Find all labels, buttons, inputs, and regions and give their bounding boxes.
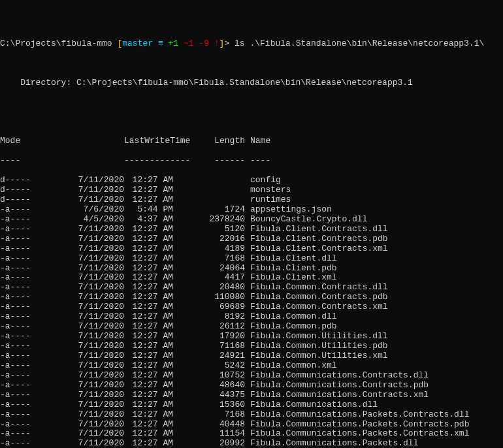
git-eq: ≡ — [158, 39, 163, 48]
cell-length: 4189 — [173, 244, 245, 254]
cell-name: Fibula.Client.Contracts.xml — [245, 244, 388, 254]
cell-length: 44375 — [173, 391, 245, 400]
cell-date: 7/11/2020 — [39, 322, 124, 332]
cell-name: config — [245, 176, 281, 185]
cell-length: 48640 — [173, 381, 245, 391]
table-row: -a----7/11/202012:27 AM7168Fibula.Client… — [0, 254, 503, 264]
cell-length: 2378240 — [173, 215, 245, 225]
cell-name: Fibula.Communications.Contracts.pdb — [245, 381, 429, 391]
cell-mode: d----- — [0, 176, 39, 185]
cell-date: 7/11/2020 — [39, 176, 124, 185]
cell-date: 7/11/2020 — [39, 264, 124, 274]
cell-date: 7/11/2020 — [39, 244, 124, 254]
cell-name: Fibula.Client.pdb — [245, 264, 337, 274]
header-name: Name — [245, 136, 270, 146]
cell-date: 7/6/2020 — [39, 205, 124, 215]
table-row: -a----7/11/202012:27 AM24921Fibula.Commo… — [0, 351, 503, 361]
cell-length: 8192 — [173, 312, 245, 322]
cell-mode: -a---- — [0, 312, 39, 322]
cell-length: 40448 — [173, 420, 245, 430]
cell-time: 12:27 AM — [124, 322, 173, 332]
cell-length: 24064 — [173, 264, 245, 274]
cell-mode: -a---- — [0, 302, 39, 312]
table-row: -a----7/11/202012:27 AM5242Fibula.Common… — [0, 361, 503, 371]
table-row: -a----4/5/20204:37 AM2378240BouncyCastle… — [0, 215, 503, 225]
cell-name: Fibula.Common.Utilities.xml — [245, 351, 388, 361]
git-plus: +1 — [169, 39, 179, 48]
dash-length: ------ — [173, 156, 245, 166]
cell-mode: -a---- — [0, 225, 39, 234]
cell-time: 12:27 AM — [124, 254, 173, 264]
cell-mode: -a---- — [0, 293, 39, 302]
cell-time: 12:27 AM — [124, 185, 173, 195]
cell-name: Fibula.Communications.dll — [245, 400, 378, 410]
cell-date: 7/11/2020 — [39, 185, 124, 195]
cell-name: Fibula.Common.Utilities.pdb — [245, 342, 388, 351]
table-row: -a----7/11/202012:27 AM10752Fibula.Commu… — [0, 371, 503, 381]
cell-length: 11154 — [173, 429, 245, 439]
cell-mode: -a---- — [0, 420, 39, 430]
cell-length: 24921 — [173, 351, 245, 361]
cell-mode: -a---- — [0, 244, 39, 254]
prompt-line[interactable]: C:\Projects\fibula-mmo [master ≡ +1 ~1 -… — [0, 39, 503, 49]
table-row: -a----7/11/202012:27 AM40448Fibula.Commu… — [0, 420, 503, 430]
table-row: -a----7/11/202012:27 AM20480Fibula.Commo… — [0, 283, 503, 293]
cell-mode: -a---- — [0, 400, 39, 410]
cell-date: 7/11/2020 — [39, 429, 124, 439]
cell-time: 12:27 AM — [124, 342, 173, 351]
cell-length: 71168 — [173, 342, 245, 351]
cell-name: runtimes — [245, 195, 291, 205]
cell-length: 20480 — [173, 283, 245, 293]
blank-line — [0, 59, 503, 69]
cell-time: 12:27 AM — [124, 244, 173, 254]
cell-mode: -a---- — [0, 205, 39, 215]
cell-time: 12:27 AM — [124, 429, 173, 439]
cell-name: Fibula.Communications.Packets.Contracts.… — [245, 410, 469, 420]
table-row: d-----7/11/202012:27 AMconfig — [0, 176, 503, 185]
table-row: -a----7/11/202012:27 AM17920Fibula.Commo… — [0, 332, 503, 342]
cell-date: 7/11/2020 — [39, 312, 124, 322]
table-row: -a----7/11/202012:27 AM7168Fibula.Commun… — [0, 410, 503, 420]
cell-length: 7168 — [173, 410, 245, 420]
cell-time: 12:27 AM — [124, 273, 173, 283]
table-row: -a----7/11/202012:27 AM4189Fibula.Client… — [0, 244, 503, 254]
cell-name: Fibula.Communications.Packets.Contracts.… — [245, 429, 469, 439]
cell-name: Fibula.Communications.Packets.Contracts.… — [245, 420, 469, 430]
cell-name: Fibula.Communications.Contracts.xml — [245, 391, 429, 400]
cell-time: 12:27 AM — [124, 351, 173, 361]
cell-date: 7/11/2020 — [39, 371, 124, 381]
cell-mode: -a---- — [0, 342, 39, 351]
cell-length: 26112 — [173, 322, 245, 332]
cell-time: 12:27 AM — [124, 176, 173, 185]
cell-date: 7/11/2020 — [39, 420, 124, 430]
table-row: d-----7/11/202012:27 AMruntimes — [0, 195, 503, 205]
cell-length: 4417 — [173, 273, 245, 283]
cell-length: 7168 — [173, 254, 245, 264]
cell-date: 7/11/2020 — [39, 283, 124, 293]
cell-name: Fibula.Client.dll — [245, 254, 337, 264]
cell-time: 12:27 AM — [124, 410, 173, 420]
dash-lastwrite: ------------- — [124, 156, 173, 166]
listing-container: d-----7/11/202012:27 AMconfigd-----7/11/… — [0, 176, 503, 448]
cell-date: 7/11/2020 — [39, 439, 124, 448]
cell-time: 12:27 AM — [124, 381, 173, 391]
cell-length: 5242 — [173, 361, 245, 371]
table-row: -a----7/11/202012:27 AM11154Fibula.Commu… — [0, 429, 503, 439]
table-row: -a----7/11/202012:27 AM110080Fibula.Comm… — [0, 293, 503, 302]
cell-date: 7/11/2020 — [39, 225, 124, 234]
cell-time: 12:27 AM — [124, 400, 173, 410]
dash-row: --------------------------- — [0, 156, 503, 166]
cell-length: 20992 — [173, 439, 245, 448]
cell-time: 12:27 AM — [124, 439, 173, 448]
cell-name: monsters — [245, 185, 291, 195]
cell-date: 7/11/2020 — [39, 391, 124, 400]
cell-time: 12:27 AM — [124, 312, 173, 322]
cell-date: 7/11/2020 — [39, 273, 124, 283]
cell-name: Fibula.Communications.Contracts.dll — [245, 371, 429, 381]
git-bang: ! — [214, 39, 219, 48]
dash-name: ---- — [245, 156, 270, 166]
cell-length: 69689 — [173, 302, 245, 312]
cell-mode: d----- — [0, 195, 39, 205]
table-row: -a----7/6/20205:44 PM1724appsettings.jso… — [0, 205, 503, 215]
dash-mode: ---- — [0, 156, 39, 166]
